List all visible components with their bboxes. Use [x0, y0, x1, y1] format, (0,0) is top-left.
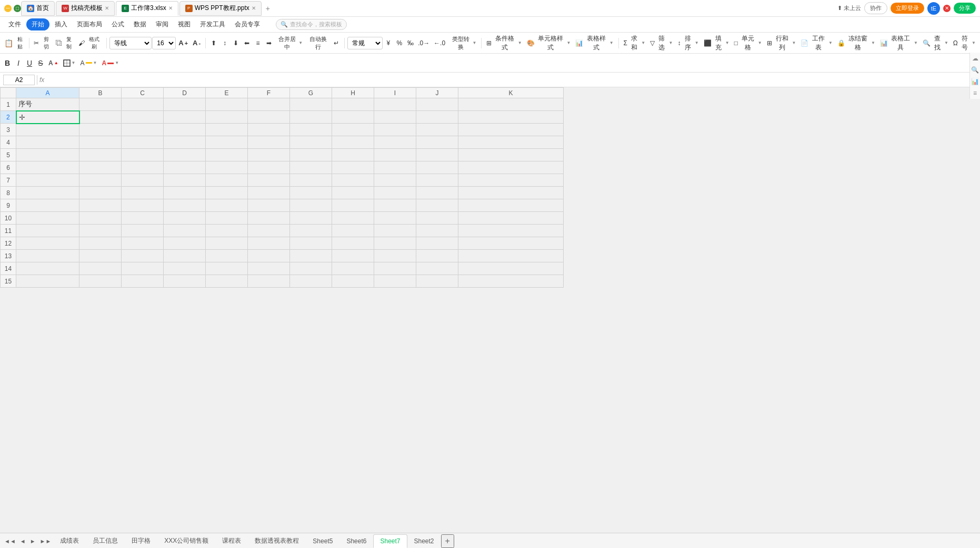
sheet-nav-first[interactable]: ◄◄ — [2, 537, 18, 545]
cell-e10[interactable] — [206, 212, 248, 225]
add-sheet-button[interactable]: + — [441, 534, 454, 548]
cell-k5[interactable] — [458, 149, 564, 161]
decrease-decimal-button[interactable]: ←.0 — [432, 36, 447, 50]
convert-type-button[interactable]: 类型转换▼ — [448, 36, 479, 50]
wrap-text-button[interactable]: 自动换行 — [305, 36, 331, 50]
cell-h2[interactable] — [332, 111, 374, 124]
cell-d15[interactable] — [164, 275, 206, 288]
tab-ppt-close[interactable]: ✕ — [252, 5, 256, 11]
cell-c14[interactable] — [122, 262, 164, 275]
col-header-C[interactable]: C — [122, 88, 164, 98]
cell-i11[interactable] — [374, 225, 416, 237]
cell-f8[interactable] — [248, 187, 290, 199]
sheet-nav-last[interactable]: ►► — [38, 537, 54, 545]
cell-h7[interactable] — [332, 174, 374, 187]
cell-g8[interactable] — [290, 187, 332, 199]
cell-i4[interactable] — [374, 136, 416, 149]
sheet-tab-1[interactable]: 成绩表 — [53, 534, 86, 548]
cell-g14[interactable] — [290, 262, 332, 275]
cell-d11[interactable] — [164, 225, 206, 237]
increase-font-button[interactable]: A+ — [176, 36, 190, 50]
align-middle-button[interactable]: ↕ — [219, 36, 230, 50]
cell-i12[interactable] — [374, 237, 416, 250]
cell-e5[interactable] — [206, 149, 248, 161]
cell-i15[interactable] — [374, 275, 416, 288]
cell-g10[interactable] — [290, 212, 332, 225]
cell-f2[interactable] — [248, 111, 290, 124]
cell-j5[interactable] — [416, 149, 458, 161]
grid-wrapper[interactable]: A B C D E F G H I J K 1序号2✛3456789101112… — [0, 87, 980, 533]
cell-c7[interactable] — [122, 174, 164, 187]
cell-i13[interactable] — [374, 250, 416, 262]
col-header-B[interactable]: B — [79, 88, 122, 98]
cell-d5[interactable] — [164, 149, 206, 161]
sheet-tab-2[interactable]: 员工信息 — [86, 534, 125, 548]
cell-e9[interactable] — [206, 199, 248, 212]
sheet-tab-3[interactable]: 田字格 — [125, 534, 157, 548]
copy-button[interactable]: ⿻复制 — [54, 36, 76, 50]
cell-b4[interactable] — [79, 136, 122, 149]
cell-c8[interactable] — [122, 187, 164, 199]
cell-d1[interactable] — [164, 98, 206, 111]
cell-i6[interactable] — [374, 161, 416, 174]
cell-k12[interactable] — [458, 237, 564, 250]
find-button[interactable]: 🔍 查找▼ — [921, 36, 951, 50]
cell-i8[interactable] — [374, 187, 416, 199]
cell-d8[interactable] — [164, 187, 206, 199]
cell-d3[interactable] — [164, 124, 206, 136]
table-tools-button[interactable]: 📊 表格工具▼ — [878, 36, 920, 50]
cell-f14[interactable] — [248, 262, 290, 275]
menu-member[interactable]: 会员专享 — [231, 18, 264, 31]
menu-view[interactable]: 视图 — [174, 18, 195, 31]
cell-b5[interactable] — [79, 149, 122, 161]
cell-d2[interactable] — [164, 111, 206, 124]
cell-g13[interactable] — [290, 250, 332, 262]
cell-g6[interactable] — [290, 161, 332, 174]
cell-g11[interactable] — [290, 225, 332, 237]
maximize-button[interactable]: □ — [14, 5, 21, 12]
tab-excel-close[interactable]: ✕ — [168, 5, 173, 11]
align-top-button[interactable]: ⬆ — [208, 36, 219, 50]
col-header-F[interactable]: F — [248, 88, 290, 98]
cell-j1[interactable] — [416, 98, 458, 111]
conditional-format-button[interactable]: ⊞ 条件格式▼ — [484, 36, 524, 50]
currency-button[interactable]: ¥ — [383, 36, 394, 50]
cell-a13[interactable] — [16, 250, 79, 262]
number-format-select[interactable]: 常规 — [347, 37, 383, 49]
col-header-D[interactable]: D — [164, 88, 206, 98]
cell-f3[interactable] — [248, 124, 290, 136]
cell-f7[interactable] — [248, 174, 290, 187]
cell-f5[interactable] — [248, 149, 290, 161]
cell-a3[interactable] — [16, 124, 79, 136]
cell-reference-input[interactable] — [3, 75, 35, 85]
cell-k6[interactable] — [458, 161, 564, 174]
menu-insert[interactable]: 插入 — [51, 18, 72, 31]
tab-excel[interactable]: E 工作簿3.xlsx ✕ — [116, 1, 178, 16]
cell-b12[interactable] — [79, 237, 122, 250]
cell-j10[interactable] — [416, 212, 458, 225]
cell-c2[interactable] — [122, 111, 164, 124]
sheet-nav-next[interactable]: ► — [28, 537, 38, 545]
search-box[interactable]: 🔍 查找命令，搜索模板 — [276, 19, 347, 30]
cell-h9[interactable] — [332, 199, 374, 212]
collab-button[interactable]: 协作 — [864, 2, 887, 14]
increase-decimal-button[interactable]: .0→ — [416, 36, 432, 50]
cell-a11[interactable] — [16, 225, 79, 237]
tab-wps-close[interactable]: ✕ — [105, 5, 109, 11]
cell-c5[interactable] — [122, 149, 164, 161]
cell-h13[interactable] — [332, 250, 374, 262]
font-size-select[interactable]: 16 — [152, 37, 176, 49]
cell-e3[interactable] — [206, 124, 248, 136]
sheet-nav-prev[interactable]: ◄ — [18, 537, 28, 545]
cell-j2[interactable] — [416, 111, 458, 124]
fill-button[interactable]: ⬛ 填充▼ — [702, 36, 732, 50]
align-bottom-button[interactable]: ⬇ — [231, 36, 241, 50]
decrease-font-button[interactable]: A- — [191, 36, 203, 50]
col-header-I[interactable]: I — [374, 88, 416, 98]
cell-d10[interactable] — [164, 212, 206, 225]
cell-f10[interactable] — [248, 212, 290, 225]
menu-review[interactable]: 审阅 — [152, 18, 173, 31]
cell-h8[interactable] — [332, 187, 374, 199]
cell-e15[interactable] — [206, 275, 248, 288]
cell-c11[interactable] — [122, 225, 164, 237]
